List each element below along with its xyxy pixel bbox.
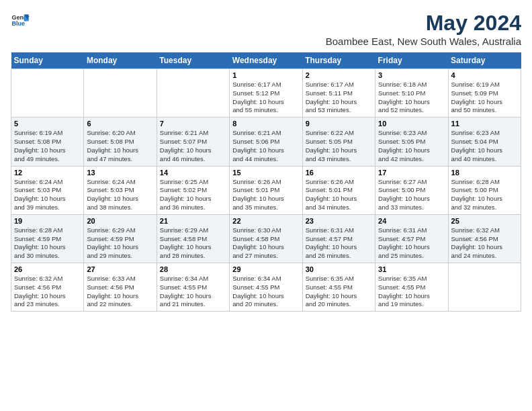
day-header-sunday: Sunday	[11, 52, 84, 69]
day-number: 29	[232, 265, 299, 273]
svg-text:Blue: Blue	[11, 20, 25, 27]
day-number: 10	[378, 120, 445, 128]
day-number: 7	[160, 120, 226, 128]
title-area: May 2024 Boambee East, New South Wales, …	[326, 11, 521, 47]
calendar-cell	[84, 69, 157, 118]
day-info: Sunrise: 6:22 AM Sunset: 5:05 PM Dayligh…	[306, 129, 372, 163]
day-number: 18	[451, 169, 518, 177]
calendar-cell: 6Sunrise: 6:20 AM Sunset: 5:08 PM Daylig…	[84, 118, 157, 166]
calendar-cell: 27Sunrise: 6:33 AM Sunset: 4:56 PM Dayli…	[84, 263, 157, 312]
calendar-cell: 25Sunrise: 6:32 AM Sunset: 4:56 PM Dayli…	[448, 214, 521, 263]
header-row: SundayMondayTuesdayWednesdayThursdayFrid…	[11, 52, 521, 69]
week-row-4: 19Sunrise: 6:28 AM Sunset: 4:59 PM Dayli…	[11, 214, 521, 263]
calendar-cell: 7Sunrise: 6:21 AM Sunset: 5:07 PM Daylig…	[157, 118, 229, 166]
calendar-cell: 19Sunrise: 6:28 AM Sunset: 4:59 PM Dayli…	[11, 214, 84, 263]
calendar-cell: 3Sunrise: 6:18 AM Sunset: 5:10 PM Daylig…	[375, 69, 448, 118]
day-number: 28	[160, 265, 226, 273]
day-info: Sunrise: 6:30 AM Sunset: 4:58 PM Dayligh…	[232, 226, 299, 261]
day-info: Sunrise: 6:26 AM Sunset: 5:01 PM Dayligh…	[306, 178, 372, 212]
day-info: Sunrise: 6:19 AM Sunset: 5:08 PM Dayligh…	[14, 129, 81, 163]
day-info: Sunrise: 6:29 AM Sunset: 4:58 PM Dayligh…	[160, 226, 226, 261]
calendar-cell: 16Sunrise: 6:26 AM Sunset: 5:01 PM Dayli…	[302, 166, 375, 214]
calendar-cell: 30Sunrise: 6:35 AM Sunset: 4:55 PM Dayli…	[302, 263, 375, 312]
logo: General Blue	[11, 11, 30, 30]
day-info: Sunrise: 6:17 AM Sunset: 5:11 PM Dayligh…	[306, 81, 372, 115]
day-info: Sunrise: 6:34 AM Sunset: 4:55 PM Dayligh…	[232, 275, 299, 309]
day-info: Sunrise: 6:28 AM Sunset: 4:59 PM Dayligh…	[14, 226, 81, 261]
day-number: 8	[232, 120, 299, 128]
day-number: 11	[451, 120, 518, 128]
calendar-table: SundayMondayTuesdayWednesdayThursdayFrid…	[11, 52, 521, 312]
day-header-thursday: Thursday	[302, 52, 375, 69]
day-number: 9	[306, 120, 372, 128]
calendar-cell: 12Sunrise: 6:24 AM Sunset: 5:03 PM Dayli…	[11, 166, 84, 214]
day-info: Sunrise: 6:19 AM Sunset: 5:09 PM Dayligh…	[451, 81, 518, 115]
calendar-cell: 2Sunrise: 6:17 AM Sunset: 5:11 PM Daylig…	[302, 69, 375, 118]
calendar-cell: 20Sunrise: 6:29 AM Sunset: 4:59 PM Dayli…	[84, 214, 157, 263]
calendar-cell	[448, 263, 521, 312]
calendar-cell: 4Sunrise: 6:19 AM Sunset: 5:09 PM Daylig…	[448, 69, 521, 118]
day-info: Sunrise: 6:24 AM Sunset: 5:03 PM Dayligh…	[87, 178, 153, 212]
logo-icon: General Blue	[11, 11, 30, 30]
calendar-cell: 5Sunrise: 6:19 AM Sunset: 5:08 PM Daylig…	[11, 118, 84, 166]
week-row-1: 1Sunrise: 6:17 AM Sunset: 5:12 PM Daylig…	[11, 69, 521, 118]
day-number: 5	[14, 120, 81, 128]
header: General Blue May 2024 Boambee East, New …	[11, 11, 521, 47]
day-info: Sunrise: 6:23 AM Sunset: 5:04 PM Dayligh…	[451, 129, 518, 163]
day-number: 20	[87, 217, 153, 225]
day-number: 6	[87, 120, 153, 128]
day-info: Sunrise: 6:33 AM Sunset: 4:56 PM Dayligh…	[87, 275, 153, 309]
day-info: Sunrise: 6:31 AM Sunset: 4:57 PM Dayligh…	[378, 226, 445, 261]
day-number: 25	[451, 217, 518, 225]
calendar-cell: 22Sunrise: 6:30 AM Sunset: 4:58 PM Dayli…	[230, 214, 302, 263]
day-number: 12	[14, 169, 81, 177]
calendar-cell: 9Sunrise: 6:22 AM Sunset: 5:05 PM Daylig…	[302, 118, 375, 166]
calendar-cell: 18Sunrise: 6:28 AM Sunset: 5:00 PM Dayli…	[448, 166, 521, 214]
day-number: 30	[306, 265, 372, 273]
day-info: Sunrise: 6:18 AM Sunset: 5:10 PM Dayligh…	[378, 81, 445, 115]
main-title: May 2024	[326, 11, 521, 36]
calendar-cell: 11Sunrise: 6:23 AM Sunset: 5:04 PM Dayli…	[448, 118, 521, 166]
calendar-cell: 28Sunrise: 6:34 AM Sunset: 4:55 PM Dayli…	[157, 263, 229, 312]
day-number: 15	[232, 169, 299, 177]
day-info: Sunrise: 6:24 AM Sunset: 5:03 PM Dayligh…	[14, 178, 81, 212]
day-number: 13	[87, 169, 153, 177]
day-number: 31	[378, 265, 445, 273]
calendar-cell	[157, 69, 229, 118]
calendar-cell: 13Sunrise: 6:24 AM Sunset: 5:03 PM Dayli…	[84, 166, 157, 214]
day-header-monday: Monday	[84, 52, 157, 69]
calendar-cell: 10Sunrise: 6:23 AM Sunset: 5:05 PM Dayli…	[375, 118, 448, 166]
day-info: Sunrise: 6:21 AM Sunset: 5:06 PM Dayligh…	[232, 129, 299, 163]
day-number: 21	[160, 217, 226, 225]
calendar-cell: 29Sunrise: 6:34 AM Sunset: 4:55 PM Dayli…	[230, 263, 302, 312]
day-info: Sunrise: 6:32 AM Sunset: 4:56 PM Dayligh…	[14, 275, 81, 309]
day-number: 17	[378, 169, 445, 177]
calendar-cell: 8Sunrise: 6:21 AM Sunset: 5:06 PM Daylig…	[230, 118, 302, 166]
day-header-saturday: Saturday	[448, 52, 521, 69]
calendar-cell: 26Sunrise: 6:32 AM Sunset: 4:56 PM Dayli…	[11, 263, 84, 312]
calendar-cell: 17Sunrise: 6:27 AM Sunset: 5:00 PM Dayli…	[375, 166, 448, 214]
subtitle: Boambee East, New South Wales, Australia	[326, 36, 521, 47]
day-number: 27	[87, 265, 153, 273]
day-number: 2	[306, 71, 372, 79]
day-info: Sunrise: 6:29 AM Sunset: 4:59 PM Dayligh…	[87, 226, 153, 261]
day-info: Sunrise: 6:23 AM Sunset: 5:05 PM Dayligh…	[378, 129, 445, 163]
day-header-wednesday: Wednesday	[230, 52, 302, 69]
day-number: 3	[378, 71, 445, 79]
calendar-cell: 1Sunrise: 6:17 AM Sunset: 5:12 PM Daylig…	[230, 69, 302, 118]
day-number: 19	[14, 217, 81, 225]
day-header-tuesday: Tuesday	[157, 52, 229, 69]
day-number: 24	[378, 217, 445, 225]
day-number: 26	[14, 265, 81, 273]
day-number: 16	[306, 169, 372, 177]
day-info: Sunrise: 6:26 AM Sunset: 5:01 PM Dayligh…	[232, 178, 299, 212]
day-info: Sunrise: 6:20 AM Sunset: 5:08 PM Dayligh…	[87, 129, 153, 163]
day-info: Sunrise: 6:25 AM Sunset: 5:02 PM Dayligh…	[160, 178, 226, 212]
day-info: Sunrise: 6:34 AM Sunset: 4:55 PM Dayligh…	[160, 275, 226, 309]
day-info: Sunrise: 6:27 AM Sunset: 5:00 PM Dayligh…	[378, 178, 445, 212]
day-info: Sunrise: 6:32 AM Sunset: 4:56 PM Dayligh…	[451, 226, 518, 261]
day-number: 23	[306, 217, 372, 225]
day-number: 4	[451, 71, 518, 79]
day-info: Sunrise: 6:21 AM Sunset: 5:07 PM Dayligh…	[160, 129, 226, 163]
day-header-friday: Friday	[375, 52, 448, 69]
